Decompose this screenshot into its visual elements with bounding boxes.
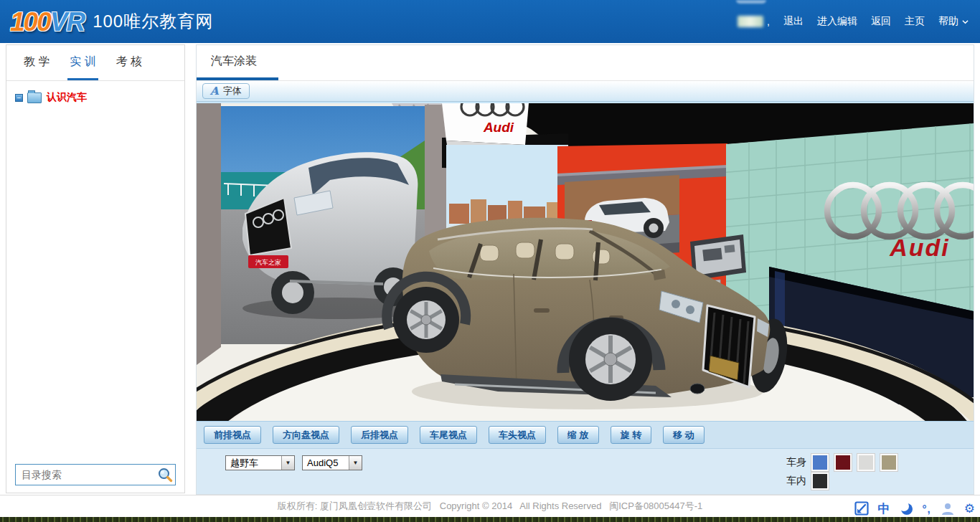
- viewpoint-button-row: 前排视点 方向盘视点 后排视点 车尾视点 车头视点 缩 放 旋 转 移 动: [197, 421, 974, 448]
- control-strip: 越野车 ▼ AudiQ5 ▼ 车身 车内: [197, 448, 974, 494]
- ime-pen-icon[interactable]: [854, 501, 869, 516]
- viewer-toolbar: A 字体: [197, 81, 974, 102]
- halfwidth-moon-icon[interactable]: [900, 502, 913, 516]
- showroom-3d-viewport[interactable]: 汽车之家 Audi: [197, 102, 974, 421]
- wall-brand-text: Audi: [889, 234, 950, 261]
- sidebar: 教 学 实 训 考 核 − 认识汽车: [6, 44, 185, 493]
- tab-assessment[interactable]: 考 核: [114, 45, 144, 80]
- left-wall: [197, 103, 221, 365]
- font-icon: A: [210, 85, 219, 98]
- font-button[interactable]: A 字体: [202, 83, 250, 99]
- showroom-scene: 汽车之家 Audi: [197, 103, 974, 421]
- font-button-label: 字体: [223, 85, 242, 98]
- help-label: 帮助: [938, 15, 958, 28]
- paint-color-panel: 车身 车内: [783, 454, 903, 491]
- car-type-value: 越野车: [226, 457, 281, 470]
- logo-vr: VR: [50, 7, 84, 37]
- body-color-swatch-darkred[interactable]: [834, 454, 852, 471]
- enter-edit-link[interactable]: 进入编辑: [817, 15, 857, 28]
- car-model-value: AudiQ5: [303, 457, 349, 468]
- tab-teaching[interactable]: 教 学: [22, 45, 52, 80]
- home-link[interactable]: 主页: [905, 15, 925, 28]
- front-seat-view-button[interactable]: 前排视点: [204, 426, 261, 444]
- sign-brand-text: Audi: [483, 120, 514, 135]
- course-tree: − 认识汽车: [6, 81, 184, 114]
- body-color-swatch-khaki[interactable]: [880, 454, 897, 471]
- rear-view-button[interactable]: 车尾视点: [420, 426, 477, 444]
- username-redacted: [738, 16, 763, 27]
- username-comma: ,: [767, 16, 770, 27]
- audi-sign: Audi: [442, 103, 529, 149]
- logout-link[interactable]: 退出: [783, 15, 804, 28]
- front-view-button[interactable]: 车头视点: [489, 426, 546, 444]
- tree-node-cars[interactable]: − 认识汽车: [15, 91, 176, 104]
- front-wheel: [569, 318, 652, 401]
- tree-node-label: 认识汽车: [47, 91, 87, 104]
- header-links: , 退出 进入编辑 返回 主页 帮助: [738, 0, 969, 43]
- body-color-label: 车身: [783, 456, 806, 469]
- catalog-search: [15, 464, 176, 485]
- body-color-swatch-white[interactable]: [857, 454, 875, 471]
- dropdown-arrow-icon: ▼: [281, 456, 294, 470]
- rotate-button[interactable]: 旋 转: [611, 426, 652, 444]
- search-input[interactable]: [16, 469, 157, 480]
- page-footer: 版权所有: 厦门凤凰创壹软件有限公司 Copyright © 2014 All …: [0, 495, 980, 517]
- app-header: 100VR 100唯尔教育网 , 退出 进入编辑 返回 主页 帮助: [0, 0, 980, 43]
- zoom-button[interactable]: 缩 放: [557, 426, 599, 444]
- search-icon[interactable]: [157, 467, 173, 483]
- poster-banner-text: 汽车之家: [255, 259, 281, 266]
- logo-100: 100: [10, 7, 50, 37]
- content-tabbar: 汽车涂装: [197, 45, 974, 81]
- rear-wheel: [393, 287, 459, 353]
- interior-color-label: 车内: [783, 475, 806, 488]
- ime-toolbar: 中 °, ⚙: [854, 501, 975, 516]
- move-button[interactable]: 移 动: [663, 426, 705, 444]
- logo[interactable]: 100VR: [10, 9, 84, 35]
- copyright-text: 版权所有: 厦门凤凰创壹软件有限公司 Copyright © 2014 All …: [278, 500, 703, 513]
- car-type-select[interactable]: 越野车 ▼: [225, 455, 295, 470]
- help-link[interactable]: 帮助: [938, 15, 969, 28]
- tree-collapse-icon[interactable]: −: [15, 94, 23, 102]
- back-link[interactable]: 返回: [871, 15, 891, 28]
- body-color-swatch-blue[interactable]: [811, 454, 829, 471]
- desktop-wallpaper-strip: [0, 517, 980, 522]
- site-title: 100唯尔教育网: [93, 10, 213, 33]
- page: 100VR 100唯尔教育网 , 退出 进入编辑 返回 主页 帮助 教 学 实 …: [0, 0, 980, 522]
- folder-icon: [27, 92, 42, 103]
- main-panel: 汽车涂装 A 字体: [196, 44, 974, 495]
- chinese-input-icon[interactable]: 中: [878, 503, 890, 515]
- tab-car-painting[interactable]: 汽车涂装: [197, 45, 278, 80]
- settings-gear-icon[interactable]: ⚙: [964, 503, 975, 515]
- chevron-down-icon: [962, 19, 969, 25]
- interior-color-swatch-black[interactable]: [811, 473, 829, 490]
- punctuation-icon[interactable]: °,: [923, 503, 931, 514]
- dropdown-arrow-icon: ▼: [349, 456, 362, 470]
- steering-wheel-view-button[interactable]: 方向盘视点: [273, 426, 339, 444]
- sidebar-tabs: 教 学 实 训 考 核: [6, 45, 184, 81]
- user-icon[interactable]: [941, 502, 955, 516]
- tab-training[interactable]: 实 训: [67, 45, 98, 80]
- fog-light: [690, 384, 705, 394]
- rear-seat-view-button[interactable]: 后排视点: [351, 426, 408, 444]
- car-model-select[interactable]: AudiQ5 ▼: [302, 455, 362, 470]
